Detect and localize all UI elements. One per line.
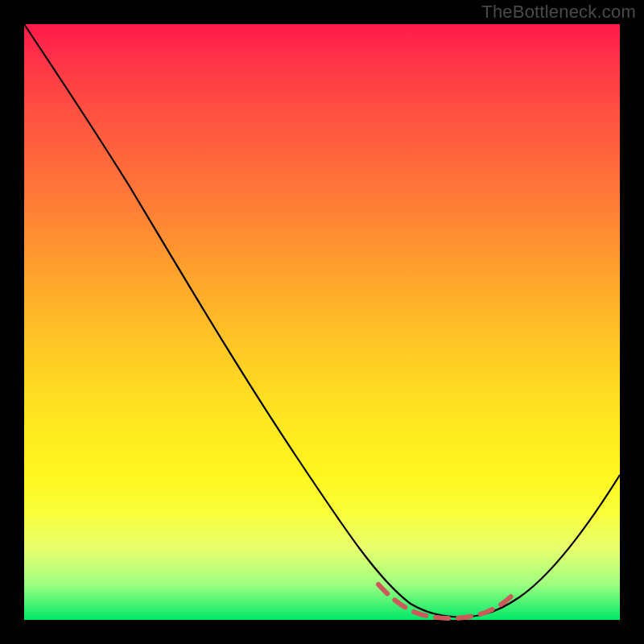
chart-frame: TheBottleneck.com — [0, 0, 644, 644]
bottleneck-curve — [24, 24, 620, 617]
attribution-label: TheBottleneck.com — [481, 2, 636, 23]
optimal-range-highlight — [378, 584, 514, 618]
plot-area — [24, 24, 620, 620]
chart-svg — [24, 24, 620, 620]
